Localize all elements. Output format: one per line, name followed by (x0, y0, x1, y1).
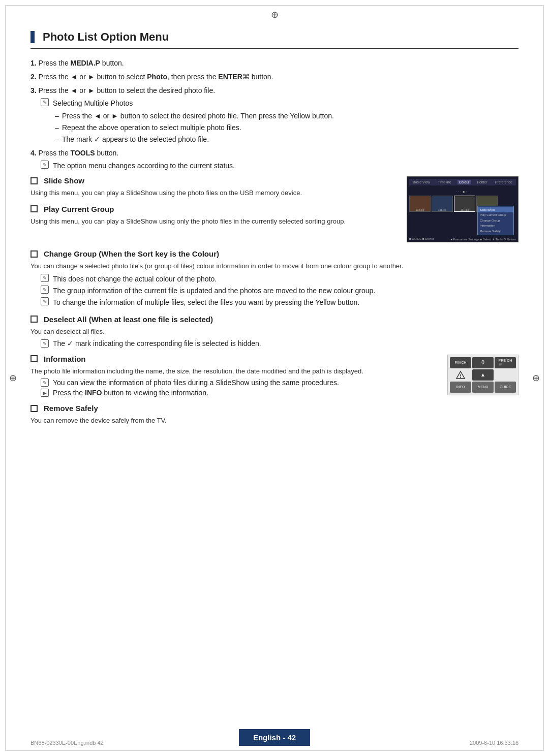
change-group-note-2: ✎ The group information of the current f… (41, 286, 518, 296)
note-icon-da: ✎ (41, 339, 49, 348)
step-4-num: 4. (30, 149, 37, 157)
slide-show-header: Slide Show (30, 176, 396, 185)
note-icon-step3: ✎ (41, 98, 49, 106)
tv-menu-changegroup: Change Group (478, 218, 513, 223)
information-title: Information (44, 355, 86, 363)
change-group-note-1-text: This does not change the actual colour o… (53, 274, 217, 285)
change-group-title: Change Group (When the Sort key is the C… (44, 249, 219, 258)
note-icon-step4: ✎ (41, 161, 49, 169)
remote-guide: GUIDE (495, 382, 516, 393)
svg-point-2 (460, 377, 461, 378)
remote-empty2 (495, 369, 516, 381)
numbered-steps: 1. Press the MEDIA.P button. 2. Press th… (30, 58, 518, 171)
change-group-note-3-text: To change the information of multiple fi… (53, 297, 359, 308)
change-group-body: You can change a selected photo file's (… (30, 261, 518, 272)
deselect-all-header: Deselect All (When at least one file is … (30, 315, 518, 324)
step-3-sub-2: Repeat the above operation to select mul… (55, 122, 518, 133)
footer-file: BN68-02330E-00Eng.indb 42 (30, 740, 104, 746)
deselect-all-title: Deselect All (When at least one file is … (44, 315, 213, 324)
information-section: Information The photo file information i… (30, 355, 518, 397)
remote-0: 0 (472, 357, 494, 368)
step-3-sublabel: Selecting Multiple Photos (53, 98, 133, 109)
footer-date: 2009-6-10 16:33:16 (470, 740, 518, 746)
play-current-group-header: Play Current Group (30, 205, 396, 213)
information-header: Information (30, 355, 437, 363)
step-4-note: The option menu changes according to the… (53, 161, 235, 171)
footer-badge: English - 42 (239, 729, 310, 746)
tv-thumbnails-area: 123.jpg 1a1.jpg 1a1.jpg 1234.jpg Slide S… (409, 196, 516, 212)
remote-up: ▲ (472, 369, 494, 381)
information-checkbox (30, 355, 38, 362)
page-title: Photo List Option Menu (30, 30, 518, 49)
tv-screenshot-1: Basic View Timeline Colour Folder Prefer… (407, 176, 518, 242)
remove-safely-header: Remove Safely (30, 404, 518, 413)
step-2-num: 2. (30, 73, 37, 81)
information-text: Information The photo file information i… (30, 355, 437, 397)
change-group-section: Change Group (When the Sort key is the C… (30, 249, 518, 308)
remote-empty1 (450, 369, 471, 381)
play-current-group-body: Using this menu, you can play a SlideSho… (30, 216, 396, 227)
change-group-note-3: ✎ To change the information of multiple … (41, 297, 518, 308)
title-bar-decoration (30, 31, 35, 43)
step-3-sub-3: The mark ✓ appears to the selected photo… (55, 134, 518, 145)
step-3: 3. Press the ◄ or ► button to select the… (30, 85, 518, 145)
step-3-sub-1: Press the ◄ or ► button to select the de… (55, 111, 518, 121)
deselect-all-note: ✎ The ✓ mark indicating the correspondin… (41, 339, 518, 348)
note-icon-cg3: ✎ (41, 297, 49, 305)
tv-tab-timeline: Timeline (436, 180, 452, 184)
step-3-num: 3. (30, 86, 37, 94)
remote-menu: MENU (472, 382, 494, 393)
change-group-note-2-text: The group information of the current fil… (53, 286, 375, 296)
tv-context-menu: Slide Show Play Current Group Change Gro… (477, 206, 514, 235)
change-group-checkbox (30, 250, 38, 258)
step-2: 2. Press the ◄ or ► button to select Pho… (30, 72, 518, 82)
slide-show-text: Slide Show Using this menu, you can play… (30, 176, 396, 227)
step-4: 4. Press the TOOLS button. ✎ The option … (30, 148, 518, 171)
slide-show-checkbox (30, 177, 38, 184)
information-note-2: ▶ Press the INFO button to viewing the i… (41, 389, 437, 397)
remote-info: INFO (450, 382, 471, 393)
step-1: 1. Press the MEDIA.P button. (30, 58, 518, 69)
note-icon-cg1: ✎ (41, 274, 49, 282)
deselect-all-checkbox (30, 316, 38, 323)
tv-thumb-1: 123.jpg (409, 196, 431, 212)
note-icon-info2: ▶ (41, 389, 49, 397)
tv-top-bar-1: Basic View Timeline Colour Folder Prefer… (409, 179, 516, 185)
tv-thumb-2: 1a1.jpg (432, 196, 453, 212)
play-current-group-title: Play Current Group (44, 205, 114, 213)
change-group-header: Change Group (When the Sort key is the C… (30, 249, 518, 258)
tv-bottom-guide: ■ GUIDE ■ Device (409, 237, 435, 241)
main-content: Photo List Option Menu 1. Press the MEDI… (30, 30, 518, 715)
remove-safely-checkbox (30, 405, 38, 412)
play-current-group-checkbox (30, 205, 38, 212)
tv-bottom-right: ● Favourites Settings ■ Select ✦ Tools ⟲… (450, 237, 516, 241)
step-3-sub-list: Press the ◄ or ► button to select the de… (55, 111, 518, 145)
tv-thumb-3: 1a1.jpg (454, 196, 475, 212)
tv-tab-preference: Preference (494, 180, 514, 184)
change-group-note-1: ✎ This does not change the actual colour… (41, 274, 518, 285)
information-notes: ✎ You can view the information of photo … (41, 379, 437, 397)
slide-show-section: Slide Show Using this menu, you can play… (30, 176, 518, 242)
tv-menu-playcurrentgroup: Play Current Group (478, 212, 513, 217)
information-note-1-text: You can view the information of photo fi… (53, 379, 339, 387)
change-group-notes: ✎ This does not change the actual colour… (41, 274, 518, 308)
tv-tab-folder: Folder (476, 180, 489, 184)
tv-menu-removesafely: Remove Safely (478, 229, 513, 234)
tv-menu-slideshow: Slide Show (478, 207, 513, 212)
remote-screenshot: FAVCH 0 PRE-CH⊞ ▲ INFO MENU GUIDE (447, 355, 518, 395)
slide-show-title: Slide Show (44, 176, 84, 185)
tv-tab-colour: Colour (458, 180, 471, 184)
remove-safely-title: Remove Safely (44, 404, 98, 413)
remove-safely-section: Remove Safely You can remove the device … (30, 404, 518, 426)
tv-tab-basicview: Basic View (411, 180, 432, 184)
remove-safely-body: You can remove the device safely from th… (30, 416, 518, 426)
slide-show-body: Using this menu, you can play a SlideSho… (30, 188, 396, 199)
deselect-all-body: You can deselect all files. (30, 327, 518, 337)
page-title-text: Photo List Option Menu (43, 30, 169, 44)
step-1-num: 1. (30, 59, 37, 67)
tv-menu-information: Information (478, 223, 513, 228)
information-note-1: ✎ You can view the information of photo … (41, 379, 437, 387)
note-icon-info1: ✎ (41, 379, 49, 387)
remote-prech: PRE-CH⊞ (495, 357, 516, 368)
tv-bottom-bar: ■ GUIDE ■ Device ● Favourites Settings ■… (409, 237, 516, 241)
